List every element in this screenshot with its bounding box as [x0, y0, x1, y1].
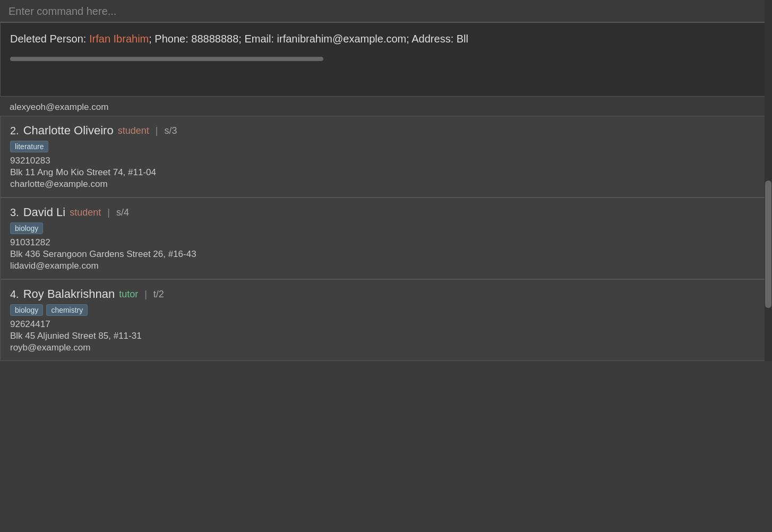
person-header-charlotte: 2. Charlotte Oliveiro student | s/3 — [10, 124, 762, 138]
tags-charlotte: literature — [10, 141, 762, 152]
main-container: Deleted Person: Irfan Ibrahim; Phone: 88… — [0, 0, 772, 361]
result-name: Irfan Ibrahim — [89, 33, 149, 45]
person-number-charlotte: 2. — [10, 125, 19, 137]
result-details: ; Phone: 88888888; Email: irfanibrahim@e… — [149, 33, 468, 45]
person-email-david: lidavid@example.com — [10, 261, 762, 271]
person-phone-david: 91031282 — [10, 237, 762, 248]
person-name-david: David Li — [23, 205, 65, 219]
person-card-david: 3. David Li student | s/4 biology 910312… — [0, 198, 772, 279]
person-email-charlotte: charlotte@example.com — [10, 179, 762, 190]
person-number-roy: 4. — [10, 288, 19, 301]
person-phone-charlotte: 93210283 — [10, 156, 762, 166]
person-card-charlotte: 2. Charlotte Oliveiro student | s/3 lite… — [0, 116, 772, 198]
email-above-list: alexyeoh@example.com — [10, 102, 108, 112]
person-card-roy: 4. Roy Balakrishnan tutor | t/2 biology … — [0, 279, 772, 361]
person-id-david: s/4 — [116, 207, 129, 218]
tag-chemistry-roy: chemistry — [46, 304, 88, 316]
scrollbar-thumb[interactable] — [765, 181, 771, 308]
result-text: Deleted Person: Irfan Ibrahim; Phone: 88… — [10, 31, 762, 46]
person-role-roy: tutor — [119, 289, 138, 300]
person-header-david: 3. David Li student | s/4 — [10, 205, 762, 219]
person-list: 2. Charlotte Oliveiro student | s/3 lite… — [0, 116, 772, 361]
separator-david: | — [107, 207, 110, 218]
person-address-roy: Blk 45 Aljunied Street 85, #11-31 — [10, 331, 762, 341]
person-id-roy: t/2 — [153, 289, 164, 300]
person-number-david: 3. — [10, 207, 19, 219]
result-panel: Deleted Person: Irfan Ibrahim; Phone: 88… — [0, 22, 772, 97]
person-address-david: Blk 436 Serangoon Gardens Street 26, #16… — [10, 249, 762, 260]
person-name-roy: Roy Balakrishnan — [23, 287, 115, 301]
person-id-charlotte: s/3 — [164, 125, 177, 136]
command-bar — [0, 0, 772, 22]
progress-bar — [10, 57, 323, 61]
scrollbar-track — [765, 0, 772, 361]
separator-charlotte: | — [156, 125, 158, 136]
person-phone-roy: 92624417 — [10, 319, 762, 330]
person-role-david: student — [70, 207, 101, 218]
person-email-roy: royb@example.com — [10, 342, 762, 353]
person-header-roy: 4. Roy Balakrishnan tutor | t/2 — [10, 287, 762, 301]
progress-bar-container — [10, 57, 762, 61]
email-line: alexyeoh@example.com — [0, 97, 772, 116]
tag-literature: literature — [10, 141, 48, 152]
person-name-charlotte: Charlotte Oliveiro — [23, 124, 114, 138]
tags-roy: biology chemistry — [10, 304, 762, 316]
person-address-charlotte: Blk 11 Ang Mo Kio Street 74, #11-04 — [10, 167, 762, 178]
tag-biology-david: biology — [10, 222, 43, 234]
command-input[interactable] — [8, 5, 764, 18]
person-role-charlotte: student — [118, 125, 149, 136]
separator-roy: | — [144, 289, 147, 300]
tags-david: biology — [10, 222, 762, 234]
tag-biology-roy: biology — [10, 304, 43, 316]
result-prefix: Deleted Person: — [10, 33, 89, 45]
